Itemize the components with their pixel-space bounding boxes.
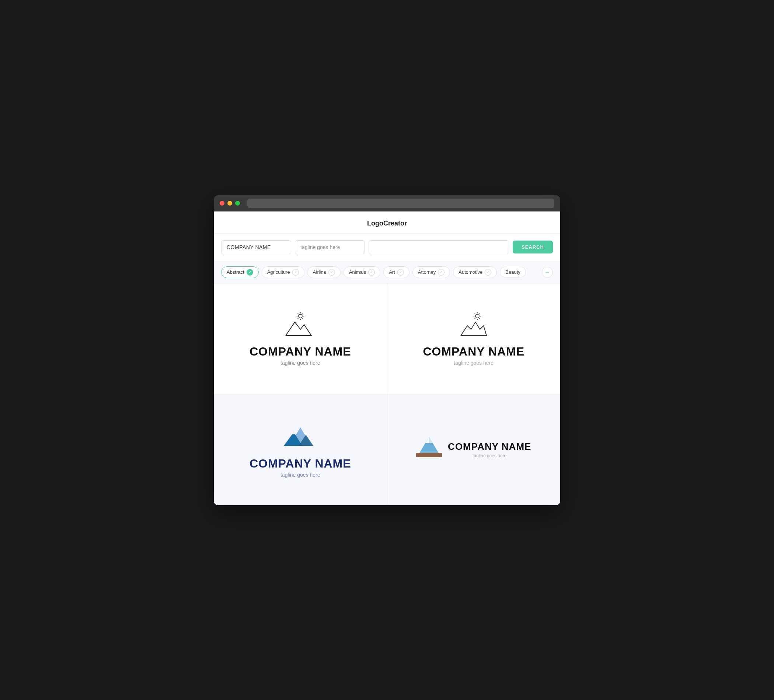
logo-card-4[interactable]: COMPANY NAME tagline goes here — [387, 395, 561, 505]
search-button[interactable]: SEARCH — [513, 241, 553, 253]
logo-icon-2 — [457, 312, 490, 339]
extra-input[interactable] — [369, 240, 509, 254]
categories-next-button[interactable]: → — [542, 267, 553, 278]
logo-grid: COMPANY NAME tagline goes here — [214, 284, 560, 505]
browser-titlebar — [214, 195, 560, 211]
check-icon-agriculture: ✓ — [292, 269, 299, 276]
svg-line-8 — [298, 318, 298, 319]
logo-company-name-4: COMPANY NAME — [448, 441, 531, 452]
category-label-agriculture: Agriculture — [267, 269, 290, 275]
category-label-animals: Animals — [349, 269, 366, 275]
logo-text-group-4: COMPANY NAME tagline goes here — [448, 441, 531, 458]
close-button[interactable] — [220, 201, 225, 206]
search-bar: SEARCH — [214, 234, 560, 261]
app-header: LogoCreator — [214, 211, 560, 234]
logo-icon-4 — [416, 435, 442, 459]
address-bar — [247, 198, 554, 208]
app-content: LogoCreator SEARCH Abstract ✓ Agricultur… — [214, 211, 560, 505]
check-icon-automotive: ✓ — [485, 269, 491, 276]
category-label-beauty: Beauty — [505, 269, 520, 275]
logo-company-name-2: COMPANY NAME — [423, 345, 524, 358]
logo-icon-1 — [284, 312, 317, 339]
browser-window: LogoCreator SEARCH Abstract ✓ Agricultur… — [214, 195, 560, 505]
svg-line-7 — [302, 314, 303, 314]
logo-company-name-1: COMPANY NAME — [250, 345, 351, 358]
category-chip-abstract[interactable]: Abstract ✓ — [221, 266, 259, 278]
svg-line-5 — [298, 314, 298, 314]
logo-card-3[interactable]: COMPANY NAME tagline goes here — [214, 395, 387, 505]
category-chip-agriculture[interactable]: Agriculture ✓ — [262, 266, 304, 278]
category-label-automotive: Automotive — [458, 269, 483, 275]
logo-tagline-2: tagline goes here — [454, 360, 493, 366]
svg-line-14 — [475, 314, 475, 314]
svg-line-15 — [480, 318, 480, 319]
category-chip-airline[interactable]: Airline ✓ — [308, 266, 341, 278]
category-chip-animals[interactable]: Animals ✓ — [344, 266, 380, 278]
check-icon-abstract: ✓ — [246, 269, 253, 276]
check-icon-art: ✓ — [397, 269, 404, 276]
category-label-attorney: Attorney — [418, 269, 436, 275]
check-icon-animals: ✓ — [368, 269, 375, 276]
svg-marker-20 — [292, 432, 296, 434]
svg-line-17 — [475, 318, 475, 319]
logo-tagline-4: tagline goes here — [448, 453, 531, 458]
svg-line-16 — [480, 314, 480, 314]
category-chip-automotive[interactable]: Automotive ✓ — [453, 266, 497, 278]
svg-rect-24 — [416, 453, 442, 457]
category-chip-attorney[interactable]: Attorney ✓ — [412, 266, 450, 278]
logo-tagline-3: tagline goes here — [281, 472, 320, 478]
category-label-airline: Airline — [313, 269, 326, 275]
category-chip-beauty[interactable]: Beauty — [500, 267, 526, 277]
logo-icon-3 — [282, 422, 319, 451]
maximize-button[interactable] — [235, 201, 240, 206]
category-chip-art[interactable]: Art ✓ — [383, 266, 410, 278]
logo-company-name-3: COMPANY NAME — [250, 457, 351, 471]
minimize-button[interactable] — [227, 201, 232, 206]
check-icon-attorney: ✓ — [438, 269, 445, 276]
category-label-abstract: Abstract — [227, 269, 244, 275]
svg-line-6 — [302, 318, 303, 319]
tagline-input[interactable] — [295, 240, 365, 254]
category-label-art: Art — [389, 269, 395, 275]
company-name-input[interactable] — [221, 240, 291, 254]
app-title: LogoCreator — [367, 220, 407, 227]
check-icon-airline: ✓ — [328, 269, 335, 276]
logo-card-2[interactable]: COMPANY NAME tagline goes here — [387, 284, 561, 394]
svg-point-9 — [475, 314, 479, 318]
logo-tagline-1: tagline goes here — [281, 360, 320, 366]
logo-card-1[interactable]: COMPANY NAME tagline goes here — [214, 284, 387, 394]
svg-point-0 — [299, 314, 302, 318]
categories-bar: Abstract ✓ Agriculture ✓ Airline ✓ Anima… — [214, 261, 560, 284]
